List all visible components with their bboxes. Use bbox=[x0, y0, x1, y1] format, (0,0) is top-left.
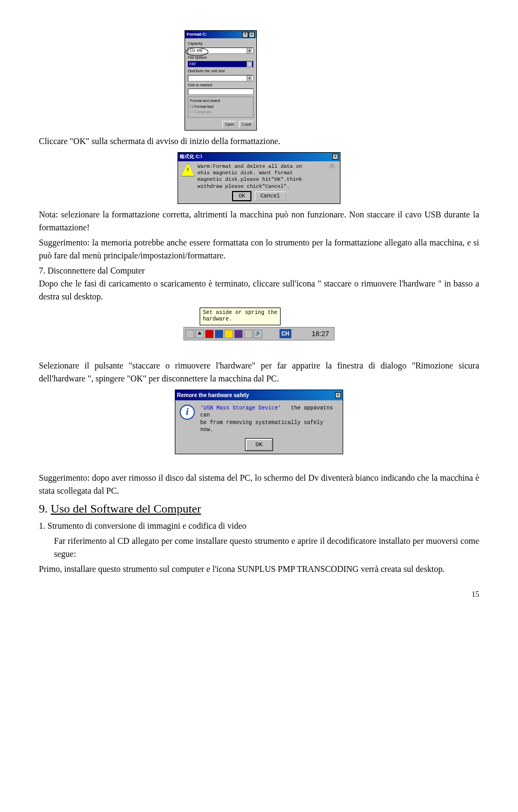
side-glyph: 消· bbox=[329, 163, 337, 190]
section-9-heading: 9. Uso del Software del Computer bbox=[39, 500, 479, 517]
chevron-down-icon[interactable]: ▾ bbox=[247, 48, 252, 53]
warning-text: Warm:Format and delete all data on ehis … bbox=[197, 163, 326, 190]
tray-icon-red[interactable] bbox=[205, 330, 214, 338]
clock: 18:27 bbox=[308, 329, 332, 339]
close-icon[interactable]: x bbox=[332, 154, 338, 160]
language-indicator[interactable]: CH bbox=[280, 329, 291, 338]
tray-icon-purple[interactable] bbox=[234, 330, 243, 338]
tray-icon-blue[interactable] bbox=[215, 330, 223, 338]
systray: Set aside or spring the hardware. ⏏ 🔊 CH… bbox=[183, 308, 335, 341]
fs-label: File system bbox=[188, 55, 254, 61]
unit-label: Distribute the unit size bbox=[188, 69, 254, 74]
help-icon[interactable]: ? bbox=[242, 32, 248, 38]
remove-hardware-dialog: Remore the hardware safely x i 'USB Mass… bbox=[175, 390, 343, 455]
marked-field[interactable] bbox=[188, 88, 254, 95]
format-title: Format C: bbox=[187, 31, 207, 38]
fs-field[interactable]: FAT▾ bbox=[188, 61, 254, 67]
unit-field[interactable]: ▾ bbox=[188, 75, 254, 81]
warning-dialog: 格式化 C:\ x Warm:Format and delete all dat… bbox=[178, 152, 340, 204]
capacity-label: Capacity bbox=[188, 41, 254, 47]
chevron-down-icon[interactable]: ▾ bbox=[247, 76, 252, 81]
remove-hw-text: 'USB Mass Storage Device' the appavatns … bbox=[200, 405, 338, 434]
tray-icon-1[interactable] bbox=[186, 330, 194, 338]
info-icon: i bbox=[180, 405, 195, 420]
taskbar: ⏏ 🔊 CH 18:27 bbox=[183, 327, 335, 341]
paragraph: Far riferimento al CD allegato per come … bbox=[54, 535, 479, 561]
capacity-field[interactable]: 121 MB▾ bbox=[188, 47, 254, 54]
tray-icon-yellow[interactable] bbox=[224, 330, 233, 338]
warning-icon bbox=[181, 163, 194, 176]
warning-dialog-figure: 格式化 C:\ x Warm:Format and delete all dat… bbox=[39, 152, 479, 204]
paragraph: Suggerimento: la memoria potrebbe anche … bbox=[39, 236, 479, 262]
remove-hw-title: Remore the hardware safely bbox=[177, 391, 249, 399]
tray-icon-grey[interactable] bbox=[244, 330, 253, 338]
paragraph: Nota: selezionare la formattazione corre… bbox=[39, 208, 479, 234]
tooltip: Set aside or spring the hardware. bbox=[200, 308, 281, 325]
compress-check: ☐ Compress bbox=[190, 110, 251, 115]
group-label: Format and select bbox=[190, 98, 251, 104]
format-options-group: Format and select ☐ Format fast ☐ Compre… bbox=[188, 97, 254, 118]
format-dialog-figure: Format C: ? x Capacity 121 MB▾ File syst… bbox=[185, 30, 479, 131]
cancel-button[interactable]: Cancel bbox=[255, 192, 286, 201]
ok-button[interactable]: OK bbox=[232, 191, 251, 201]
warning-titlebar: 格式化 C:\ x bbox=[178, 153, 340, 161]
close-button[interactable]: Cosle bbox=[239, 121, 254, 129]
format-dialog: Format C: ? x Capacity 121 MB▾ File syst… bbox=[185, 30, 257, 131]
open-button[interactable]: Open bbox=[222, 121, 237, 129]
ok-button[interactable]: OK bbox=[246, 439, 272, 451]
format-titlebar: Format C: ? x bbox=[185, 31, 256, 38]
remove-hardware-figure: Remore the hardware safely x i 'USB Mass… bbox=[39, 390, 479, 455]
paragraph: Suggerimento: dopo aver rimosso il disco… bbox=[39, 472, 479, 497]
chevron-down-icon[interactable]: ▾ bbox=[247, 62, 252, 67]
tray-eject-icon[interactable]: ⏏ bbox=[195, 330, 204, 338]
page-number: 15 bbox=[39, 589, 479, 600]
close-icon[interactable]: x bbox=[249, 32, 255, 38]
systray-figure: Set aside or spring the hardware. ⏏ 🔊 CH… bbox=[39, 308, 479, 342]
warning-title: 格式化 C:\ bbox=[180, 153, 202, 161]
section-7: 7. Disconnettere dal Computer Dopo che l… bbox=[39, 264, 479, 303]
paragraph: Selezionare il pulsante "staccare o rimu… bbox=[39, 359, 479, 385]
marked-label: One is marked bbox=[188, 83, 254, 88]
remove-hw-titlebar: Remore the hardware safely x bbox=[175, 390, 343, 400]
tray-volume-icon[interactable]: 🔊 bbox=[254, 330, 262, 338]
paragraph: Cliccare "OK" sulla schermata di avviso … bbox=[39, 135, 479, 148]
subsection-title: 1. Strumento di conversione di immagini … bbox=[39, 520, 479, 533]
paragraph: Primo, installare questo strumento sul c… bbox=[39, 563, 479, 576]
close-icon[interactable]: x bbox=[335, 392, 341, 398]
fast-format-check[interactable]: ☐ Format fast bbox=[190, 104, 251, 110]
